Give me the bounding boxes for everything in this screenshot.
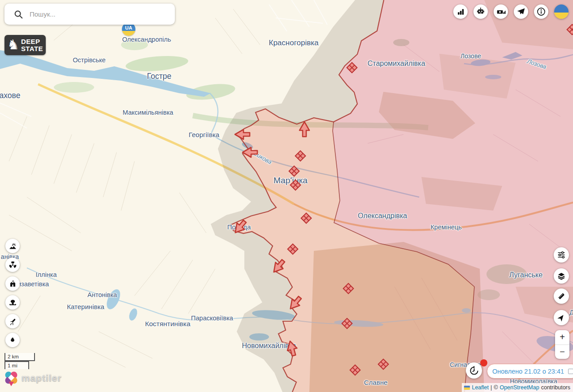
ua-badge-label: UA [122, 25, 135, 30]
logo-line2: STATE [21, 45, 43, 52]
logo-line1: DEEP [21, 38, 40, 45]
ukraine-mini-flag-icon [464, 386, 470, 390]
mushroom-cloud-icon [9, 298, 17, 307]
fortifications-button[interactable] [5, 276, 20, 291]
zoom-control: + − [555, 330, 569, 359]
search-icon [13, 9, 23, 19]
attribution-copy: © [494, 384, 498, 391]
attribution-sep: | [491, 384, 492, 391]
language-flag-button[interactable] [554, 4, 569, 19]
radiation-icon [9, 261, 17, 269]
fortress-icon [9, 280, 17, 288]
update-pill[interactable]: Оновлено 21.02 о 23:41 [487, 364, 573, 379]
banknote-icon [496, 7, 506, 17]
zoom-out-button[interactable]: − [555, 345, 569, 359]
attribution-suffix: contributors [541, 384, 570, 391]
info-button[interactable] [534, 4, 548, 19]
maptiler-logo[interactable]: maptiler [4, 370, 62, 386]
external-link-icon [568, 369, 573, 374]
bar-chart-icon [456, 8, 465, 16]
attribution-bar: Leaflet | © OpenStreetMap contributors [462, 383, 573, 392]
chess-knight-icon: ♞ [7, 38, 19, 52]
terrain-fires-button[interactable] [5, 239, 20, 253]
basemap [0, 0, 573, 392]
navigation-arrow-icon [557, 313, 566, 322]
ruler-icon [557, 292, 566, 301]
bot-button[interactable] [473, 4, 488, 19]
missile-strikes-button[interactable] [5, 314, 20, 328]
locate-button[interactable] [554, 310, 569, 325]
radiation-button[interactable] [5, 258, 20, 272]
telegram-button[interactable] [514, 4, 528, 19]
search-input[interactable] [29, 10, 165, 18]
map-canvas[interactable]: ОлександропільКрасногорівкаСтаромихайлів… [0, 0, 573, 392]
robot-icon [476, 7, 485, 16]
flame-icon [9, 336, 17, 344]
layers-button[interactable] [554, 268, 569, 284]
maptiler-wordmark: maptiler [22, 373, 62, 383]
telegram-icon [517, 7, 525, 16]
zoom-in-button[interactable]: + [555, 330, 569, 345]
missile-icon [9, 317, 17, 326]
osm-link[interactable]: OpenStreetMap [499, 384, 539, 391]
deepstate-logo[interactable]: ♞ DEEP STATE [4, 35, 46, 55]
measure-button[interactable] [554, 289, 569, 304]
stats-button[interactable] [453, 4, 468, 19]
info-icon [536, 7, 546, 17]
sliders-icon [557, 250, 566, 259]
history-clock-icon [469, 366, 479, 376]
explosions-button[interactable] [5, 295, 20, 310]
leaflet-link[interactable]: Leaflet [472, 384, 489, 391]
filters-button[interactable] [554, 247, 569, 263]
layers-icon [557, 271, 566, 280]
history-button[interactable] [466, 362, 482, 379]
search-bar[interactable] [4, 4, 175, 25]
maptiler-pin-icon [4, 370, 19, 386]
scale-mi: 1 mi [4, 361, 29, 369]
alert-dot [480, 359, 487, 366]
mountain-fire-icon [9, 242, 17, 250]
scale-km: 2 km [4, 353, 35, 361]
donate-button[interactable] [494, 4, 508, 19]
update-timestamp: Оновлено 21.02 о 23:41 [492, 368, 564, 375]
fire-hotspots-button[interactable] [5, 333, 20, 347]
